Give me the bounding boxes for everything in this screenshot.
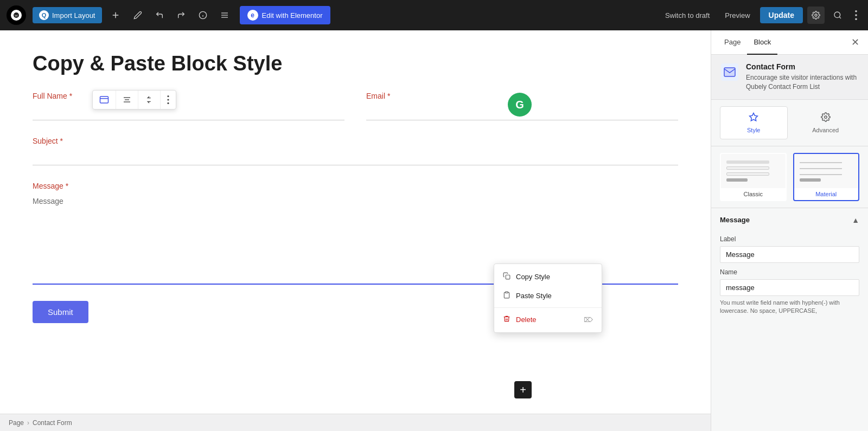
delete-label: Delete	[516, 316, 537, 324]
svg-point-14	[855, 14, 857, 16]
more-options-button[interactable]	[851, 6, 861, 24]
svg-point-22	[167, 99, 169, 100]
svg-point-21	[167, 95, 169, 97]
material-label: Material	[794, 188, 859, 200]
right-sidebar: Page Block ✕ Contact Form Encourage site…	[711, 30, 868, 431]
block-more-options[interactable]	[161, 91, 176, 109]
page-title: Copy & Paste Block Style	[33, 52, 678, 75]
undo-button[interactable]	[151, 8, 168, 23]
label-field-input[interactable]	[720, 246, 859, 263]
contact-form-block-icon	[720, 62, 739, 82]
subject-field: Subject *	[33, 137, 678, 165]
style-tab-icon	[749, 112, 758, 125]
edit-pen-button[interactable]	[129, 8, 146, 23]
delete-item[interactable]: Delete ⌦	[494, 310, 602, 329]
elementor-label: Edit with Elementor	[262, 11, 323, 20]
block-info: Contact Form Encourage site visitor inte…	[711, 55, 868, 100]
sidebar-close-button[interactable]: ✕	[849, 34, 861, 50]
context-menu: Copy Style Paste Style Delete ⌦	[494, 263, 602, 333]
label-field-label: Label	[720, 235, 859, 243]
search-button[interactable]	[829, 7, 846, 24]
svg-text:W: W	[15, 14, 18, 18]
style-tab[interactable]: Style	[720, 106, 788, 139]
message-placeholder[interactable]: Message	[33, 195, 678, 208]
breadcrumb-current: Contact Form	[33, 419, 72, 427]
subject-label: Subject *	[33, 137, 678, 145]
import-layout-button[interactable]: Q Import Layout	[33, 7, 102, 23]
block-info-text: Contact Form Encourage site visitor inte…	[746, 62, 859, 92]
material-style-option[interactable]: Material	[793, 153, 860, 201]
paste-style-label: Paste Style	[516, 292, 552, 300]
copy-icon	[503, 272, 510, 281]
svg-point-13	[855, 10, 857, 12]
style-options: Classic Material	[711, 146, 868, 208]
name-field-hint: You must write field name with hyphen(-)…	[720, 299, 859, 316]
classic-preview	[721, 154, 786, 188]
message-section-chevron-up-icon: ▲	[852, 216, 859, 224]
svg-rect-16	[100, 97, 108, 103]
classic-label: Classic	[721, 188, 786, 200]
paste-icon	[503, 291, 510, 300]
topbar: W Q Import Layout e Edit with Elementor …	[0, 0, 868, 30]
block-type-icon[interactable]	[93, 91, 116, 109]
name-field-input[interactable]	[720, 279, 859, 296]
svg-point-15	[855, 18, 857, 20]
tab-page[interactable]: Page	[718, 30, 747, 55]
copy-style-label: Copy Style	[516, 273, 550, 281]
settings-button[interactable]	[807, 7, 825, 24]
full-name-input[interactable]	[33, 105, 344, 120]
full-name-field: Full Name *	[33, 92, 344, 120]
svg-line-12	[839, 17, 841, 18]
message-section: Message ▲ Label Name You must write fiel…	[711, 208, 868, 316]
full-name-label: Full Name *	[33, 92, 344, 100]
info-button[interactable]	[194, 8, 212, 23]
align-center-button[interactable]	[116, 91, 138, 109]
material-preview	[794, 154, 859, 188]
svg-rect-24	[506, 275, 510, 279]
content-area: Copy & Paste Block Style G Full Name * E…	[0, 30, 711, 431]
svg-point-10	[815, 14, 817, 16]
svg-rect-25	[506, 292, 508, 293]
edit-with-elementor-button[interactable]: e Edit with Elementor	[240, 6, 330, 24]
submit-button[interactable]: Submit	[33, 301, 88, 323]
classic-style-option[interactable]: Classic	[720, 153, 787, 201]
preview-button[interactable]: Preview	[719, 8, 755, 23]
update-button[interactable]: Update	[760, 7, 803, 23]
tab-block[interactable]: Block	[747, 30, 777, 55]
svg-point-11	[834, 12, 840, 18]
delete-shortcut: ⌦	[584, 316, 593, 324]
advanced-tab[interactable]: Advanced	[792, 106, 860, 139]
advanced-tab-label: Advanced	[812, 127, 839, 133]
block-info-desc: Encourage site visitor interactions with…	[746, 73, 859, 92]
list-view-button[interactable]	[216, 8, 233, 23]
name-field-label: Name	[720, 268, 859, 276]
paste-style-item[interactable]: Paste Style	[494, 286, 602, 305]
svg-point-28	[825, 115, 827, 118]
import-layout-label: Import Layout	[52, 11, 95, 20]
redo-button[interactable]	[173, 8, 190, 23]
add-block-bottom-button[interactable]: +	[514, 381, 532, 398]
advanced-tab-icon	[821, 112, 831, 125]
switch-to-draft-button[interactable]: Switch to draft	[660, 8, 715, 23]
svg-point-23	[167, 102, 169, 104]
wp-logo[interactable]: W	[7, 5, 26, 25]
grammarly-icon[interactable]: G	[508, 93, 532, 117]
add-block-button[interactable]	[106, 7, 125, 23]
copy-style-item[interactable]: Copy Style	[494, 267, 602, 286]
message-section-header[interactable]: Message ▲	[720, 208, 859, 230]
block-toolbar	[92, 90, 176, 110]
move-handle[interactable]	[138, 91, 161, 109]
sidebar-tabs: Page Block ✕	[711, 30, 868, 55]
main-layout: Copy & Paste Block Style G Full Name * E…	[0, 30, 868, 431]
block-info-title: Contact Form	[746, 62, 859, 71]
style-tab-label: Style	[747, 127, 760, 133]
message-section-title: Message	[720, 216, 750, 224]
breadcrumb-separator: ›	[27, 419, 29, 427]
subject-input[interactable]	[33, 150, 678, 165]
trash-icon	[503, 315, 510, 324]
context-menu-divider	[494, 307, 602, 308]
breadcrumb: Page › Contact Form	[0, 414, 711, 431]
style-advanced-tabs: Style Advanced	[711, 100, 868, 146]
message-label: Message *	[33, 182, 678, 190]
breadcrumb-page[interactable]: Page	[9, 419, 24, 427]
